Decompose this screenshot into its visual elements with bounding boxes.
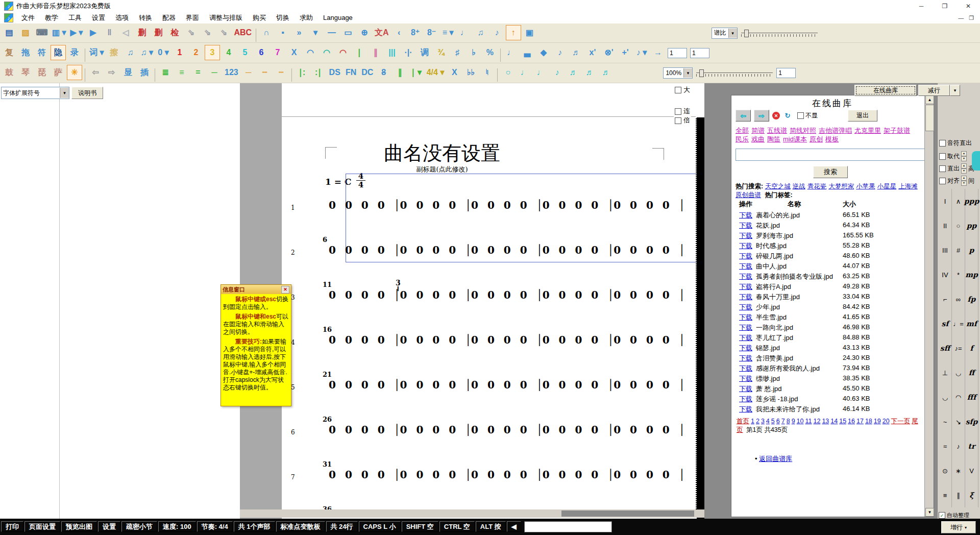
scroll-down-icon[interactable]: ▼: [925, 508, 934, 517]
score-system[interactable]: 6 26 0 0 0 0 │0 0 0 0 │0 0 0 0 │0 0 0 0 …: [289, 404, 692, 449]
chevron-down-icon[interactable]: ▾: [683, 68, 692, 78]
measure-rests[interactable]: 0 0 0 0 │0 0 0 0 │0 0 0 0 │0 0 0 0 │0 0 …: [329, 334, 685, 346]
locate-target-icon[interactable]: ⊕: [357, 25, 372, 40]
align-lines3-icon[interactable]: ≡: [174, 65, 189, 80]
status-segment[interactable]: ALT 按: [476, 521, 506, 532]
paste-attr-icon[interactable]: ⇘: [183, 25, 199, 40]
category-link[interactable]: mid课本: [783, 135, 807, 143]
align-lines2-icon[interactable]: =: [190, 65, 206, 80]
diamond-note-icon[interactable]: ◆: [536, 44, 551, 60]
online-library-button[interactable]: 在线曲库: [854, 85, 917, 96]
score-system[interactable]: 3 11 0 0 0 0 │0 0 0 0 │0 0 0 0 │0 0 0 0 …: [289, 270, 692, 314]
page-link[interactable]: 7: [781, 418, 785, 425]
download-link[interactable]: 下载: [739, 303, 752, 312]
font-extension-combo[interactable]: 字体扩展符号 ▾: [1, 87, 69, 99]
delete-measure-icon[interactable]: 删: [151, 25, 166, 40]
bracket-frame-icon[interactable]: ▭: [340, 25, 356, 40]
download-link[interactable]: 下载: [739, 293, 752, 302]
fall-mark[interactable]: ↘: [952, 409, 965, 434]
status-segment[interactable]: ◀: [507, 521, 521, 532]
tie-icon[interactable]: ◠: [303, 44, 318, 60]
indent-right-icon[interactable]: →: [650, 45, 666, 60]
status-segment[interactable]: CTRL 空: [439, 521, 475, 532]
dynamic-sf[interactable]: sf: [939, 311, 952, 336]
wavy-line[interactable]: ~: [939, 409, 952, 434]
score-system[interactable]: 2 6 0 0 0 0 │0 0 0 0 │0 0 0 0 │0 0 0 0 │…: [289, 225, 692, 270]
toolbar-button[interactable]: [291, 68, 292, 82]
ornament-mark[interactable]: *: [952, 262, 965, 287]
category-link[interactable]: 原创: [810, 135, 823, 143]
select-down-icon[interactable]: ▾: [308, 25, 323, 40]
page-link[interactable]: 18: [865, 418, 872, 425]
chevron-down-icon[interactable]: ▾: [950, 85, 960, 96]
octave-down-icon[interactable]: 8⁻: [424, 25, 439, 40]
hide-checkbox[interactable]: 不显: [797, 111, 818, 120]
page-link[interactable]: 3: [761, 418, 765, 425]
snowflake-mark[interactable]: ∗: [952, 458, 965, 483]
grace-note2-icon[interactable]: ♬: [569, 45, 584, 60]
download-link[interactable]: 下载: [739, 374, 752, 383]
bracket-line[interactable]: ⌐: [939, 287, 952, 311]
category-link[interactable]: 陶笛: [767, 135, 780, 143]
squiggle-mark[interactable]: ξ: [965, 483, 978, 507]
status-input[interactable]: [524, 521, 612, 532]
grace-note-icon[interactable]: ♪: [552, 45, 568, 60]
trill-mark[interactable]: tr: [965, 434, 978, 458]
menu-item[interactable]: 选项: [110, 14, 134, 21]
drag-move-icon[interactable]: 拖: [18, 45, 33, 60]
download-link[interactable]: 下载: [739, 241, 752, 251]
voice-number-input[interactable]: 1: [690, 48, 709, 58]
menu-item[interactable]: 转换: [134, 14, 157, 21]
checkbox-icon[interactable]: [675, 108, 681, 115]
voice-number-input[interactable]: 1: [668, 48, 687, 58]
checkbox-large[interactable]: 大: [674, 85, 691, 95]
insert-icon[interactable]: 插: [137, 65, 152, 81]
download-link[interactable]: 下载: [739, 231, 752, 240]
whole-note-icon[interactable]: ○: [500, 65, 516, 80]
status-segment[interactable]: CAPS L 小: [359, 521, 401, 532]
lyrics-abc-icon[interactable]: ABC: [232, 25, 253, 40]
delete-note-icon[interactable]: 删: [134, 25, 150, 40]
scrollbar-thumb[interactable]: [925, 105, 934, 131]
saxophone-icon[interactable]: 萨: [51, 65, 66, 81]
spinner[interactable]: ▲▼: [961, 176, 967, 186]
text-tool-icon[interactable]: 文A: [373, 25, 390, 40]
toolbar-button[interactable]: [500, 48, 501, 62]
check-score-icon[interactable]: 检: [167, 25, 182, 40]
beam-pair-menu-icon[interactable]: ♫ ▾: [139, 44, 154, 60]
measure-numbers-icon[interactable]: 123: [223, 65, 240, 80]
page-link[interactable]: 12: [813, 418, 820, 425]
save-icon[interactable]: ▤: [2, 25, 17, 40]
dash-triple-icon[interactable]: ┄: [274, 65, 289, 80]
next-marker-icon[interactable]: »: [291, 25, 307, 40]
digit-1-icon[interactable]: 1: [172, 45, 187, 60]
measure-rests[interactable]: 0 0 0 0 │0 0 0 0 │0 0 0 0 │0 0 0 0 │0 0 …: [329, 289, 685, 301]
page-link[interactable]: 13: [822, 418, 829, 425]
rewind-icon[interactable]: ◁: [118, 25, 133, 40]
play-from-cursor-icon[interactable]: ▶: [85, 25, 101, 40]
menu-item[interactable]: 调整与排版: [204, 14, 248, 21]
toolbar-button[interactable]: [155, 68, 155, 82]
status-segment[interactable]: 打印: [1, 521, 23, 532]
measure-rests[interactable]: 0 0 0 0 │0 0 0 0 │0 0 0 0 │0 0 0 0 │0 0 …: [329, 469, 685, 481]
dynamic-pp[interactable]: pp: [965, 213, 978, 238]
forward-arrow-icon[interactable]: ⇨: [754, 110, 769, 121]
page-number-input[interactable]: 1: [776, 68, 796, 78]
category-link[interactable]: 全部: [736, 127, 749, 134]
quarter-note-icon[interactable]: ♩: [457, 25, 472, 40]
back-to-library-link[interactable]: 返回曲谱库: [759, 455, 792, 463]
harmonic-note-icon[interactable]: ⊗': [601, 44, 617, 60]
sixtyfourth-note-icon[interactable]: ♬: [598, 65, 614, 80]
exit-button[interactable]: 退出: [848, 110, 877, 121]
chevron-down-icon[interactable]: ▾: [60, 88, 69, 98]
trill-wave[interactable]: ≈: [939, 434, 952, 458]
download-link[interactable]: 下载: [739, 354, 752, 363]
menu-item[interactable]: 文件: [16, 14, 40, 21]
beam-notes-icon[interactable]: ♫: [473, 25, 488, 40]
slur-over[interactable]: ◠: [952, 385, 965, 409]
dynamic-sff[interactable]: sff: [939, 336, 952, 360]
menu-item[interactable]: 界面: [181, 14, 204, 21]
percussion-drum-icon[interactable]: 鼓: [2, 65, 17, 81]
checkbox-icon[interactable]: [797, 112, 804, 119]
back-arrow-icon[interactable]: ⇦: [736, 110, 751, 121]
